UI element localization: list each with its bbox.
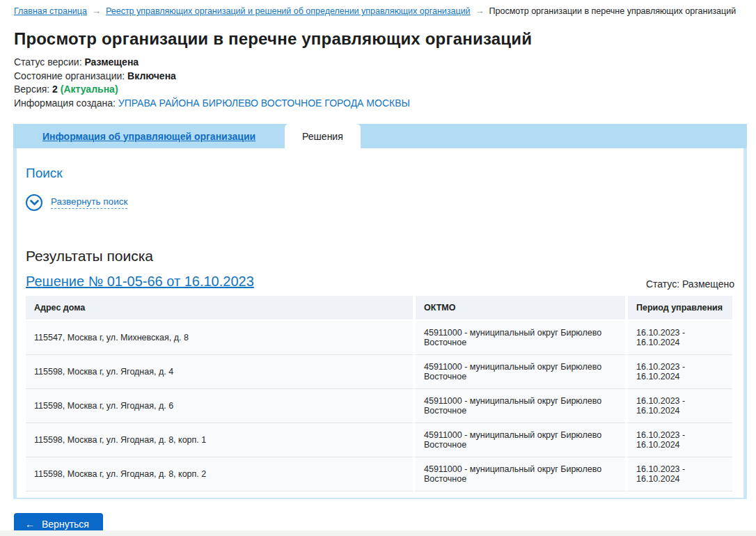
- left-arrow-icon: ←: [25, 519, 35, 529]
- breadcrumb-separator: →: [475, 6, 485, 16]
- houses-table: Адрес дома ОКТМО Период управления 11554…: [26, 296, 732, 491]
- table-row: 115598, Москва г, ул. Ягодная, д. 6 4591…: [26, 389, 732, 423]
- cell-oktmo: 45911000 - муниципальный округ Бирюлево …: [413, 355, 625, 389]
- cell-period: 16.10.2023 - 16.10.2024: [625, 423, 732, 457]
- decision-row: Решение № 01-05-66 от 16.10.2023 Статус:…: [26, 274, 734, 290]
- back-button-label: Вернуться: [42, 519, 89, 530]
- footer-strip: [0, 530, 756, 536]
- version-label: Версия:: [14, 84, 49, 95]
- version-status-line: Статус версии: Размещена: [14, 56, 742, 70]
- breadcrumb-link-registry[interactable]: Реестр управляющих организаций и решений…: [106, 6, 471, 16]
- version-line: Версия: 2 (Актуальна): [14, 83, 742, 97]
- version-status-label: Статус версии:: [14, 56, 82, 68]
- cell-address: 115598, Москва г, ул. Ягодная, д. 8, кор…: [26, 457, 413, 491]
- table-row: 115598, Москва г, ул. Ягодная, д. 4 4591…: [26, 355, 732, 389]
- tab-bar: Информация об управляющей организации Ре…: [13, 124, 747, 148]
- results-heading: Результаты поиска: [26, 248, 734, 265]
- decision-status: Статус: Размещено: [646, 278, 734, 290]
- cell-period: 16.10.2023 - 16.10.2024: [625, 321, 732, 355]
- breadcrumb-current: Просмотр организации в перечне управляющ…: [489, 6, 737, 16]
- tab-org-info-label: Информация об управляющей организации: [42, 131, 255, 142]
- breadcrumb: Главная страница→Реестр управляющих орга…: [0, 0, 756, 17]
- created-label: Информация создана:: [14, 97, 116, 109]
- cell-address: 115547, Москва г, ул. Михневская, д. 8: [26, 321, 413, 355]
- cell-address: 115598, Москва г, ул. Ягодная, д. 4: [26, 355, 413, 389]
- column-header-oktmo: ОКТМО: [413, 296, 625, 321]
- view-all-houses-link[interactable]: Просмотреть список всех домов в решении: [26, 496, 202, 499]
- page-title: Просмотр организации в перечне управляющ…: [14, 29, 742, 49]
- decisions-panel: Поиск Развернуть поиск Результаты поиска…: [13, 148, 747, 499]
- cell-address: 115598, Москва г, ул. Ягодная, д. 6: [26, 389, 413, 423]
- expand-search-link[interactable]: Развернуть поиск: [51, 196, 127, 209]
- cell-address: 115598, Москва г, ул. Ягодная, д. 8, кор…: [26, 423, 413, 457]
- table-row: 115547, Москва г, ул. Михневская, д. 8 4…: [26, 321, 732, 355]
- column-header-period: Период управления: [625, 296, 732, 321]
- expand-search-control[interactable]: Развернуть поиск: [26, 194, 734, 211]
- cell-period: 16.10.2023 - 16.10.2024: [625, 355, 732, 389]
- table-row: 115598, Москва г, ул. Ягодная, д. 8, кор…: [26, 457, 732, 491]
- page-header: Просмотр организации в перечне управляющ…: [0, 17, 756, 110]
- org-state-line: Состояние организации: Включена: [14, 70, 742, 84]
- created-line: Информация создана: УПРАВА РАЙОНА БИРЮЛЕ…: [14, 97, 742, 111]
- tab-decisions[interactable]: Решения: [285, 124, 361, 148]
- cell-period: 16.10.2023 - 16.10.2024: [625, 457, 732, 491]
- org-state-value: Включена: [127, 70, 176, 81]
- decision-link[interactable]: Решение № 01-05-66 от 16.10.2023: [26, 274, 254, 290]
- table-row: 115598, Москва г, ул. Ягодная, д. 8, кор…: [26, 423, 732, 457]
- cell-oktmo: 45911000 - муниципальный округ Бирюлево …: [413, 389, 625, 423]
- table-header-row: Адрес дома ОКТМО Период управления: [26, 296, 732, 321]
- chevron-down-circle-icon[interactable]: [26, 194, 42, 211]
- tab-org-info[interactable]: Информация об управляющей организации: [13, 124, 285, 148]
- cell-period: 16.10.2023 - 16.10.2024: [625, 389, 732, 423]
- created-by-org-link[interactable]: УПРАВА РАЙОНА БИРЮЛЕВО ВОСТОЧНОЕ ГОРОДА …: [118, 97, 410, 109]
- breadcrumb-separator: →: [92, 6, 101, 16]
- cell-oktmo: 45911000 - муниципальный округ Бирюлево …: [413, 423, 625, 457]
- version-status-value: Размещена: [84, 56, 139, 68]
- breadcrumb-link-home[interactable]: Главная страница: [14, 6, 87, 16]
- tab-decisions-label: Решения: [302, 131, 343, 142]
- version-actual-badge: (Актуальна): [61, 84, 118, 95]
- org-state-label: Состояние организации:: [14, 70, 125, 81]
- cell-oktmo: 45911000 - муниципальный округ Бирюлево …: [413, 457, 625, 491]
- column-header-address: Адрес дома: [26, 296, 413, 321]
- cell-oktmo: 45911000 - муниципальный округ Бирюлево …: [413, 321, 625, 355]
- search-heading: Поиск: [26, 166, 734, 181]
- version-value: 2: [52, 84, 58, 95]
